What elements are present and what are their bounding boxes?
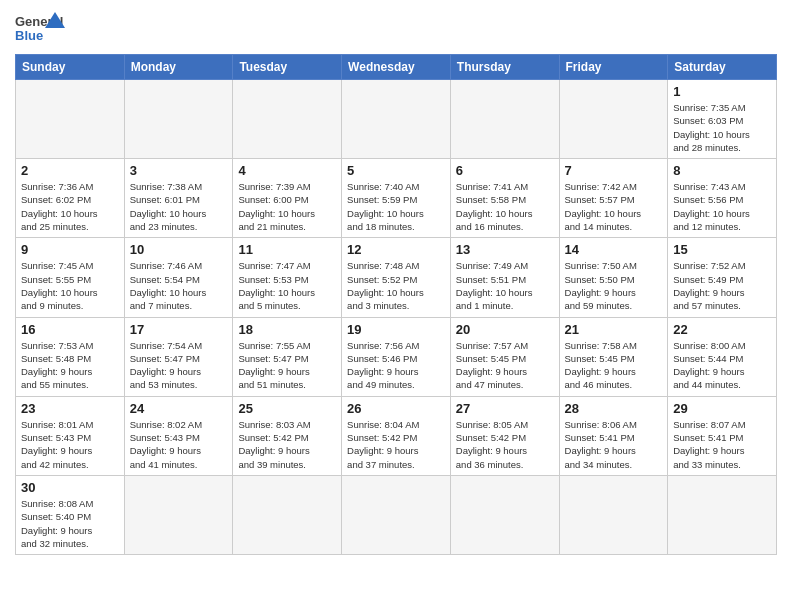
day-cell: 2Sunrise: 7:36 AM Sunset: 6:02 PM Daylig… — [16, 159, 125, 238]
day-info: Sunrise: 7:49 AM Sunset: 5:51 PM Dayligh… — [456, 259, 554, 312]
weekday-friday: Friday — [559, 55, 668, 80]
day-info: Sunrise: 8:07 AM Sunset: 5:41 PM Dayligh… — [673, 418, 771, 471]
day-cell — [559, 80, 668, 159]
day-info: Sunrise: 7:45 AM Sunset: 5:55 PM Dayligh… — [21, 259, 119, 312]
day-cell: 4Sunrise: 7:39 AM Sunset: 6:00 PM Daylig… — [233, 159, 342, 238]
day-info: Sunrise: 7:43 AM Sunset: 5:56 PM Dayligh… — [673, 180, 771, 233]
day-cell — [559, 475, 668, 554]
week-row-5: 30Sunrise: 8:08 AM Sunset: 5:40 PM Dayli… — [16, 475, 777, 554]
day-cell: 23Sunrise: 8:01 AM Sunset: 5:43 PM Dayli… — [16, 396, 125, 475]
day-cell: 28Sunrise: 8:06 AM Sunset: 5:41 PM Dayli… — [559, 396, 668, 475]
day-number: 3 — [130, 163, 228, 178]
day-number: 6 — [456, 163, 554, 178]
day-info: Sunrise: 8:01 AM Sunset: 5:43 PM Dayligh… — [21, 418, 119, 471]
logo-svg: General Blue — [15, 10, 65, 48]
day-info: Sunrise: 8:03 AM Sunset: 5:42 PM Dayligh… — [238, 418, 336, 471]
day-number: 26 — [347, 401, 445, 416]
day-cell — [342, 475, 451, 554]
day-info: Sunrise: 7:35 AM Sunset: 6:03 PM Dayligh… — [673, 101, 771, 154]
weekday-monday: Monday — [124, 55, 233, 80]
day-number: 14 — [565, 242, 663, 257]
day-number: 10 — [130, 242, 228, 257]
day-cell: 10Sunrise: 7:46 AM Sunset: 5:54 PM Dayli… — [124, 238, 233, 317]
weekday-wednesday: Wednesday — [342, 55, 451, 80]
day-cell: 20Sunrise: 7:57 AM Sunset: 5:45 PM Dayli… — [450, 317, 559, 396]
day-number: 17 — [130, 322, 228, 337]
day-number: 1 — [673, 84, 771, 99]
day-info: Sunrise: 8:06 AM Sunset: 5:41 PM Dayligh… — [565, 418, 663, 471]
day-cell: 15Sunrise: 7:52 AM Sunset: 5:49 PM Dayli… — [668, 238, 777, 317]
week-row-2: 9Sunrise: 7:45 AM Sunset: 5:55 PM Daylig… — [16, 238, 777, 317]
day-number: 29 — [673, 401, 771, 416]
day-cell: 3Sunrise: 7:38 AM Sunset: 6:01 PM Daylig… — [124, 159, 233, 238]
day-cell — [668, 475, 777, 554]
day-cell: 8Sunrise: 7:43 AM Sunset: 5:56 PM Daylig… — [668, 159, 777, 238]
day-info: Sunrise: 7:40 AM Sunset: 5:59 PM Dayligh… — [347, 180, 445, 233]
svg-text:Blue: Blue — [15, 28, 43, 43]
page: General Blue SundayMondayTuesdayWednesda… — [0, 0, 792, 565]
day-info: Sunrise: 7:52 AM Sunset: 5:49 PM Dayligh… — [673, 259, 771, 312]
day-cell: 17Sunrise: 7:54 AM Sunset: 5:47 PM Dayli… — [124, 317, 233, 396]
day-info: Sunrise: 8:04 AM Sunset: 5:42 PM Dayligh… — [347, 418, 445, 471]
day-info: Sunrise: 7:58 AM Sunset: 5:45 PM Dayligh… — [565, 339, 663, 392]
day-info: Sunrise: 7:56 AM Sunset: 5:46 PM Dayligh… — [347, 339, 445, 392]
day-info: Sunrise: 7:41 AM Sunset: 5:58 PM Dayligh… — [456, 180, 554, 233]
day-cell: 29Sunrise: 8:07 AM Sunset: 5:41 PM Dayli… — [668, 396, 777, 475]
day-cell: 25Sunrise: 8:03 AM Sunset: 5:42 PM Dayli… — [233, 396, 342, 475]
day-number: 30 — [21, 480, 119, 495]
day-cell — [450, 475, 559, 554]
weekday-thursday: Thursday — [450, 55, 559, 80]
week-row-4: 23Sunrise: 8:01 AM Sunset: 5:43 PM Dayli… — [16, 396, 777, 475]
day-info: Sunrise: 7:53 AM Sunset: 5:48 PM Dayligh… — [21, 339, 119, 392]
day-cell — [233, 80, 342, 159]
day-info: Sunrise: 7:39 AM Sunset: 6:00 PM Dayligh… — [238, 180, 336, 233]
calendar: SundayMondayTuesdayWednesdayThursdayFrid… — [15, 54, 777, 555]
day-cell — [124, 475, 233, 554]
header: General Blue — [15, 10, 777, 48]
day-cell: 27Sunrise: 8:05 AM Sunset: 5:42 PM Dayli… — [450, 396, 559, 475]
day-cell: 1Sunrise: 7:35 AM Sunset: 6:03 PM Daylig… — [668, 80, 777, 159]
logo: General Blue — [15, 10, 65, 48]
day-number: 28 — [565, 401, 663, 416]
day-cell: 12Sunrise: 7:48 AM Sunset: 5:52 PM Dayli… — [342, 238, 451, 317]
day-cell — [450, 80, 559, 159]
day-number: 15 — [673, 242, 771, 257]
day-number: 11 — [238, 242, 336, 257]
week-row-1: 2Sunrise: 7:36 AM Sunset: 6:02 PM Daylig… — [16, 159, 777, 238]
day-info: Sunrise: 7:54 AM Sunset: 5:47 PM Dayligh… — [130, 339, 228, 392]
day-info: Sunrise: 8:05 AM Sunset: 5:42 PM Dayligh… — [456, 418, 554, 471]
day-info: Sunrise: 8:00 AM Sunset: 5:44 PM Dayligh… — [673, 339, 771, 392]
day-cell: 7Sunrise: 7:42 AM Sunset: 5:57 PM Daylig… — [559, 159, 668, 238]
day-number: 7 — [565, 163, 663, 178]
day-cell: 21Sunrise: 7:58 AM Sunset: 5:45 PM Dayli… — [559, 317, 668, 396]
day-number: 13 — [456, 242, 554, 257]
day-info: Sunrise: 7:47 AM Sunset: 5:53 PM Dayligh… — [238, 259, 336, 312]
day-info: Sunrise: 7:55 AM Sunset: 5:47 PM Dayligh… — [238, 339, 336, 392]
day-cell: 6Sunrise: 7:41 AM Sunset: 5:58 PM Daylig… — [450, 159, 559, 238]
day-cell: 9Sunrise: 7:45 AM Sunset: 5:55 PM Daylig… — [16, 238, 125, 317]
day-cell: 13Sunrise: 7:49 AM Sunset: 5:51 PM Dayli… — [450, 238, 559, 317]
day-number: 19 — [347, 322, 445, 337]
day-cell: 19Sunrise: 7:56 AM Sunset: 5:46 PM Dayli… — [342, 317, 451, 396]
day-number: 2 — [21, 163, 119, 178]
day-number: 16 — [21, 322, 119, 337]
day-number: 21 — [565, 322, 663, 337]
week-row-3: 16Sunrise: 7:53 AM Sunset: 5:48 PM Dayli… — [16, 317, 777, 396]
day-number: 5 — [347, 163, 445, 178]
day-info: Sunrise: 7:46 AM Sunset: 5:54 PM Dayligh… — [130, 259, 228, 312]
day-info: Sunrise: 7:48 AM Sunset: 5:52 PM Dayligh… — [347, 259, 445, 312]
weekday-sunday: Sunday — [16, 55, 125, 80]
day-info: Sunrise: 8:08 AM Sunset: 5:40 PM Dayligh… — [21, 497, 119, 550]
day-number: 8 — [673, 163, 771, 178]
day-info: Sunrise: 8:02 AM Sunset: 5:43 PM Dayligh… — [130, 418, 228, 471]
day-cell: 16Sunrise: 7:53 AM Sunset: 5:48 PM Dayli… — [16, 317, 125, 396]
day-cell: 14Sunrise: 7:50 AM Sunset: 5:50 PM Dayli… — [559, 238, 668, 317]
day-number: 22 — [673, 322, 771, 337]
weekday-header-row: SundayMondayTuesdayWednesdayThursdayFrid… — [16, 55, 777, 80]
day-cell: 11Sunrise: 7:47 AM Sunset: 5:53 PM Dayli… — [233, 238, 342, 317]
weekday-saturday: Saturday — [668, 55, 777, 80]
day-cell — [16, 80, 125, 159]
day-cell: 18Sunrise: 7:55 AM Sunset: 5:47 PM Dayli… — [233, 317, 342, 396]
day-number: 25 — [238, 401, 336, 416]
day-cell: 22Sunrise: 8:00 AM Sunset: 5:44 PM Dayli… — [668, 317, 777, 396]
